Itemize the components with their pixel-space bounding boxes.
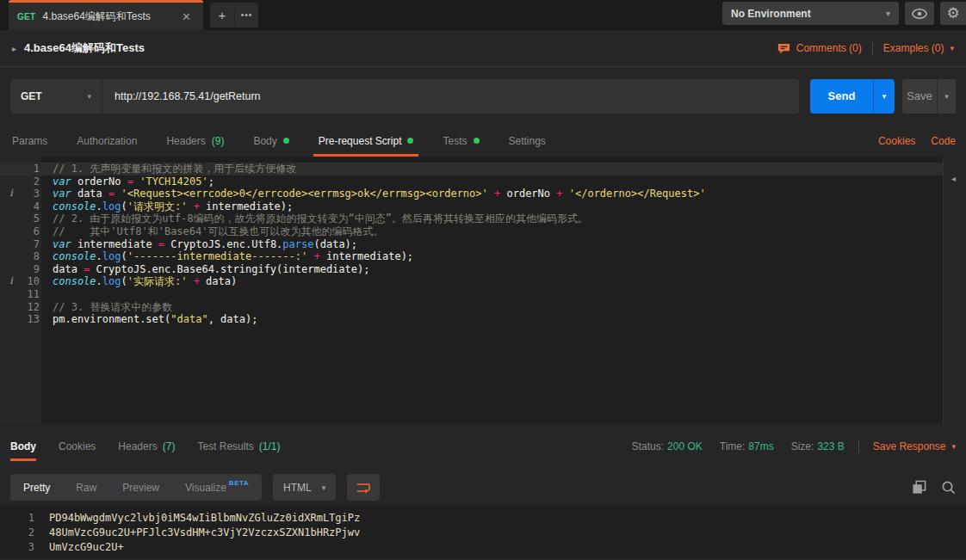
- tab-actions: + •••: [210, 3, 258, 28]
- chevron-down-icon: ▾: [950, 44, 954, 52]
- status-label: Status:: [632, 440, 664, 452]
- comment-icon: [777, 42, 790, 55]
- tab-title: 4.base64编解码和Tests: [42, 9, 178, 24]
- green-dot-icon: [407, 138, 413, 144]
- environment-quick-look-button[interactable]: [905, 2, 934, 25]
- editor-line[interactable]: 1// 1. 先声明变量和报文的拼装，用于后续方便修改: [0, 163, 943, 175]
- info-marker: [0, 313, 22, 326]
- send-button-group: Send ▾: [810, 79, 895, 114]
- view-tab-label: Visualize: [185, 482, 226, 494]
- editor-line[interactable]: 13pm.environment.set("data", data);: [0, 313, 943, 326]
- request-tabs: ParamsAuthorizationHeaders(9)BodyPre-req…: [0, 125, 966, 157]
- examples-button[interactable]: Examples (0) ▾: [883, 42, 954, 54]
- save-options-icon[interactable]: ▾: [937, 79, 956, 114]
- environment-area: No Environment ▾ ⚙: [722, 0, 966, 30]
- search-response-button[interactable]: [941, 480, 956, 495]
- status-value: 323 B: [817, 440, 844, 452]
- status-value: 200 OK: [667, 440, 703, 452]
- editor-line[interactable]: 9data = CryptoJS.enc.Base64.stringify(in…: [0, 263, 943, 276]
- save-button[interactable]: Save: [902, 79, 937, 114]
- editor-line[interactable]: 8console.log('-------intermediate-------…: [0, 250, 943, 263]
- new-tab-button[interactable]: +: [210, 3, 234, 28]
- code-text: var data = '<Request><errcode>0</errcode…: [53, 188, 706, 200]
- info-marker: [0, 288, 22, 301]
- view-tab-pretty[interactable]: Pretty: [10, 474, 63, 501]
- request-tab-tests[interactable]: Tests: [441, 125, 480, 157]
- request-tab[interactable]: GET 4.base64编解码和Tests ✕: [9, 0, 203, 30]
- response-tab-headers[interactable]: Headers(7): [118, 424, 175, 469]
- response-format-selector[interactable]: HTML ▾: [273, 474, 336, 501]
- status-label: Size:: [791, 440, 814, 452]
- send-button[interactable]: Send: [810, 79, 873, 114]
- info-marker: i: [0, 188, 22, 200]
- info-marker: [0, 263, 22, 276]
- response-body[interactable]: 1PD94bWwgdmVyc2lvbj0iMS4wIiBlbmNvZGluZz0…: [0, 506, 966, 558]
- editor-line[interactable]: i10console.log('实际请求:' + data): [0, 275, 943, 288]
- request-tabs-links: Cookies Code: [878, 135, 956, 147]
- comments-button[interactable]: Comments (0): [777, 42, 862, 55]
- response-meta-row: BodyCookiesHeaders(7)Test Results(1/1) S…: [0, 424, 966, 469]
- code-text: console.log('-------intermediate-------:…: [53, 250, 413, 263]
- cookies-link[interactable]: Cookies: [878, 135, 915, 147]
- tab-count: (9): [212, 135, 225, 147]
- editor-line[interactable]: 12// 3. 替换请求中的参数: [0, 301, 943, 314]
- line-number: 11: [22, 288, 40, 301]
- request-tab-settings[interactable]: Settings: [507, 125, 548, 157]
- editor-line[interactable]: 11: [0, 288, 943, 301]
- search-icon: [941, 480, 956, 495]
- view-tab-raw[interactable]: Raw: [63, 474, 109, 501]
- view-tab-label: Pretty: [23, 482, 50, 494]
- tab-label: Tests: [443, 135, 467, 147]
- editor-line[interactable]: 6// 其中'Utf8'和'Base64'可以互换也可以改为其他的编码格式。: [0, 225, 943, 238]
- request-tabs-list: ParamsAuthorizationHeaders(9)BodyPre-req…: [10, 125, 573, 157]
- copy-response-button[interactable]: [912, 480, 926, 495]
- view-tab-preview[interactable]: Preview: [109, 474, 172, 501]
- more-options-button[interactable]: •••: [234, 3, 258, 28]
- tab-label: Headers: [118, 440, 157, 452]
- editor-line[interactable]: 4console.log('请求明文:' + intermediate);: [0, 200, 943, 213]
- request-tab-authorization[interactable]: Authorization: [75, 125, 139, 157]
- tab-bar: GET 4.base64编解码和Tests ✕ + ••• No Environ…: [0, 0, 966, 30]
- response-tab-body[interactable]: Body: [10, 424, 36, 469]
- code-text: // 3. 替换请求中的参数: [53, 301, 172, 314]
- collapse-panel-icon[interactable]: ◂: [951, 174, 956, 183]
- code-text: pm.environment.set("data", data);: [53, 313, 257, 326]
- line-number: 10: [22, 275, 40, 288]
- view-tab-visualize[interactable]: VisualizeBETA: [172, 474, 262, 501]
- tab-label: Body: [253, 135, 276, 147]
- line-number: 12: [22, 301, 40, 314]
- editor-line[interactable]: 5// 2. 由于原始报文为utf-8编码的，故先将原始的报文转变为“中间态”。…: [0, 212, 943, 225]
- collapse-request-icon[interactable]: ▸: [12, 44, 16, 53]
- line-number: 3: [0, 540, 34, 555]
- method-selector[interactable]: GET ▾: [10, 79, 102, 114]
- send-options-icon[interactable]: ▾: [873, 79, 895, 114]
- tab-label: Authorization: [77, 135, 137, 147]
- url-input[interactable]: [102, 79, 799, 114]
- request-tab-headers[interactable]: Headers(9): [164, 125, 226, 157]
- wrap-text-button[interactable]: [347, 474, 380, 501]
- method-label: GET: [21, 90, 42, 102]
- response-tab-test-results[interactable]: Test Results(1/1): [197, 424, 280, 469]
- editor-line[interactable]: 7var intermediate = CryptoJS.enc.Utf8.pa…: [0, 238, 943, 251]
- editor-line[interactable]: i3var data = '<Request><errcode>0</errco…: [0, 188, 943, 200]
- close-tab-icon[interactable]: ✕: [178, 9, 195, 25]
- settings-button[interactable]: ⚙: [940, 2, 966, 25]
- code-editor-area[interactable]: 1// 1. 先声明变量和报文的拼装，用于后续方便修改2var orderNo …: [0, 157, 943, 424]
- code-link[interactable]: Code: [931, 135, 956, 147]
- request-tab-body[interactable]: Body: [251, 125, 290, 157]
- view-tab-label: Raw: [76, 482, 96, 494]
- editor-line[interactable]: 2var orderNo = 'TYCH14205';: [0, 175, 943, 188]
- code-text: console.log('实际请求:' + data): [53, 275, 237, 288]
- response-line: 248UmVzcG9uc2U+PFJlc3VsdHM+c3VjY2VzczxSZ…: [0, 526, 966, 540]
- request-tab-pre-request-script[interactable]: Pre-request Script: [317, 125, 416, 157]
- environment-selector[interactable]: No Environment ▾: [722, 2, 899, 25]
- format-label: HTML: [283, 482, 312, 494]
- tab-method-badge: GET: [17, 12, 35, 22]
- save-response-label: Save Response: [873, 440, 946, 452]
- line-number: 2: [22, 175, 40, 188]
- environment-label: No Environment: [731, 8, 811, 20]
- status-time: Time:87ms: [720, 440, 774, 452]
- save-response-button[interactable]: Save Response ▾: [873, 440, 956, 452]
- request-tab-params[interactable]: Params: [10, 125, 49, 157]
- response-tab-cookies[interactable]: Cookies: [59, 424, 96, 469]
